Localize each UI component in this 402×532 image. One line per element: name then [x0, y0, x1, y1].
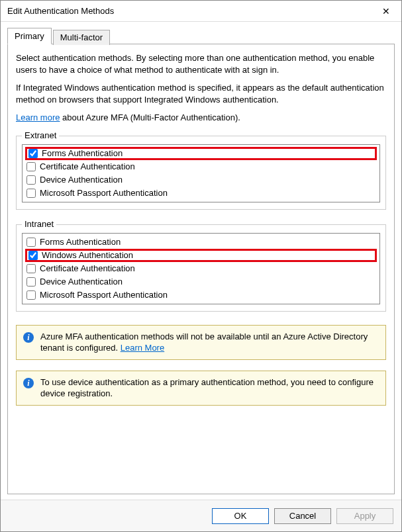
intranet-item[interactable]: Forms Authentication — [25, 236, 377, 249]
intranet-listbox: Forms AuthenticationWindows Authenticati… — [22, 233, 380, 304]
ok-label: OK — [234, 511, 247, 521]
apply-label: Apply — [354, 511, 376, 521]
intro-paragraph-1: Select authentication methods. By select… — [16, 52, 386, 75]
extranet-legend: Extranet — [22, 130, 59, 140]
info-mfa: i Azure MFA authentication methods will … — [16, 325, 386, 360]
intro-paragraph-2: If Integrated Windows authentication met… — [16, 82, 386, 105]
intranet-item[interactable]: Windows Authentication — [25, 249, 377, 262]
extranet-checkbox[interactable] — [26, 175, 36, 185]
extranet-label: Certificate Authentication — [40, 161, 135, 171]
tabstrip: Primary Multi-factor — [7, 28, 395, 44]
extranet-item[interactable]: Certificate Authentication — [25, 160, 377, 173]
intranet-label: Windows Authentication — [42, 250, 133, 260]
intranet-label: Certificate Authentication — [40, 263, 135, 273]
apply-button[interactable]: Apply — [336, 508, 393, 524]
info-device-text: To use device authentication as a primar… — [40, 377, 379, 400]
extranet-checkbox[interactable] — [28, 149, 38, 158]
dialog-window: Edit Authentication Methods ✕ Primary Mu… — [0, 0, 402, 532]
spacer — [16, 412, 386, 486]
window-title: Edit Authentication Methods — [7, 6, 114, 16]
intranet-checkbox[interactable] — [26, 238, 36, 247]
extranet-checkbox[interactable] — [26, 162, 36, 171]
titlebar: Edit Authentication Methods ✕ — [1, 1, 401, 22]
intranet-checkbox[interactable] — [28, 251, 38, 260]
intranet-checkbox[interactable] — [26, 264, 36, 273]
tab-primary-label: Primary — [15, 31, 44, 41]
intranet-legend: Intranet — [22, 219, 56, 229]
extranet-group: Extranet Forms AuthenticationCertificate… — [16, 136, 386, 210]
close-button[interactable]: ✕ — [371, 1, 401, 22]
extranet-label: Forms Authentication — [42, 148, 123, 158]
intranet-item[interactable]: Microsoft Passport Authentication — [25, 288, 377, 302]
intranet-item[interactable]: Certificate Authentication — [25, 262, 377, 275]
intranet-label: Forms Authentication — [40, 237, 121, 247]
intranet-label: Device Authentication — [40, 277, 123, 287]
info-icon: i — [23, 332, 34, 343]
extranet-label: Microsoft Passport Authentication — [40, 188, 168, 198]
info-mfa-link[interactable]: Learn More — [121, 343, 164, 353]
tab-multifactor[interactable]: Multi-factor — [53, 30, 110, 45]
intranet-label: Microsoft Passport Authentication — [40, 290, 168, 300]
intro-learn-more-line: Learn more about Azure MFA (Multi-Factor… — [16, 112, 386, 124]
info-mfa-text: Azure MFA authentication methods will no… — [40, 331, 379, 354]
close-icon: ✕ — [382, 6, 390, 17]
tab-multifactor-label: Multi-factor — [60, 32, 103, 42]
extranet-checkbox[interactable] — [26, 189, 36, 198]
footer: OK Cancel Apply — [1, 500, 401, 531]
info-icon: i — [23, 378, 34, 388]
dialog-body: Primary Multi-factor Select authenticati… — [1, 22, 401, 500]
learn-more-tail: about Azure MFA (Multi-Factor Authentica… — [60, 112, 240, 122]
extranet-listbox: Forms AuthenticationCertificate Authenti… — [22, 144, 380, 202]
intranet-group: Intranet Forms AuthenticationWindows Aut… — [16, 224, 386, 312]
extranet-label: Device Authentication — [40, 175, 123, 185]
info-device: i To use device authentication as a prim… — [16, 371, 386, 406]
extranet-item[interactable]: Microsoft Passport Authentication — [25, 187, 377, 200]
tabpage-primary: Select authentication methods. By select… — [7, 44, 395, 494]
info-mfa-msg: Azure MFA authentication methods will no… — [40, 332, 368, 353]
intranet-item[interactable]: Device Authentication — [25, 275, 377, 288]
extranet-item[interactable]: Forms Authentication — [25, 147, 377, 160]
extranet-item[interactable]: Device Authentication — [25, 173, 377, 187]
cancel-label: Cancel — [289, 511, 316, 521]
intranet-checkbox[interactable] — [26, 290, 36, 300]
cancel-button[interactable]: Cancel — [274, 508, 331, 524]
learn-more-link[interactable]: Learn more — [16, 112, 60, 122]
intranet-checkbox[interactable] — [26, 277, 36, 287]
ok-button[interactable]: OK — [212, 508, 269, 524]
tab-primary[interactable]: Primary — [7, 28, 52, 44]
